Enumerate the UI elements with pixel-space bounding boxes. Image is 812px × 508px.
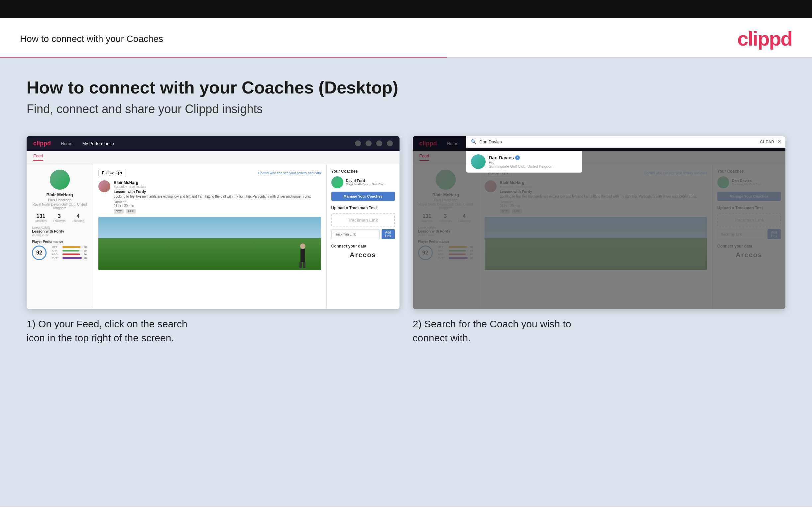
search-result-item[interactable]: Dan Davies ✓ Pro Sunningdale Golf Club, …: [471, 154, 577, 169]
result-club: Sunningdale Golf Club, United Kingdom: [489, 164, 554, 168]
trackman-input-row-1: Add Link: [331, 229, 395, 239]
tag-ott: OTT: [114, 209, 124, 214]
screenshot-1-block: clippd Home My Performance Feed: [27, 136, 399, 345]
search-input-text[interactable]: Dan Davies: [480, 139, 757, 144]
add-link-btn-1[interactable]: Add Link: [382, 229, 395, 239]
trackman-box-1: Trackman Link: [331, 213, 395, 227]
screenshots-row: clippd Home My Performance Feed: [27, 136, 785, 345]
stat-following-num: 4: [72, 213, 85, 219]
page-heading: How to connect with your Coaches (Deskto…: [27, 78, 785, 97]
step-1-label: 1) On your Feed, click on the search ico…: [27, 317, 399, 345]
app-logo-1: clippd: [33, 140, 51, 147]
bar-ott: OTT 90: [52, 246, 87, 249]
screenshot-1-frame: clippd Home My Performance Feed: [27, 136, 399, 309]
connect-section-1: Connect your data Arccos: [331, 244, 395, 259]
stat-activities: 131 Activities: [35, 213, 47, 222]
post-duration-1: Duration 01 hr : 30 min: [114, 200, 321, 208]
settings-icon-nav[interactable]: [376, 140, 382, 146]
coach-name-1: David Ford: [346, 179, 385, 183]
figure-head: [300, 244, 305, 249]
stat-followers-label: Followers: [53, 219, 66, 222]
close-icon[interactable]: ×: [778, 139, 781, 145]
user-avatar-1: [50, 170, 70, 189]
result-info: Dan Davies ✓ Pro Sunningdale Golf Club, …: [489, 155, 554, 168]
stat-following: 4 Following: [72, 213, 85, 222]
screenshot-2-frame: clippd Home My Performance Feed: [413, 136, 786, 309]
post-avatar-1: [98, 180, 110, 192]
duration-tags-1: OTT APP: [114, 209, 321, 214]
app-nav-icons-1: [355, 140, 393, 146]
la-date-1: 03 Aug 2022: [32, 233, 87, 237]
figure-leg-l: [299, 262, 302, 268]
post-card-1: Blair McHarg Yesterday · Sunningdale Les…: [98, 180, 321, 214]
upload-title-1: Upload a Trackman Test: [331, 206, 395, 210]
feed-tab-label: Feed: [33, 153, 43, 161]
bar-putt: PUTT 96: [52, 256, 87, 259]
page-subheading: Find, connect and share your Clippd insi…: [27, 102, 785, 116]
app-nav-1: clippd Home My Performance: [27, 136, 399, 151]
control-link-1[interactable]: Control who can see your activity and da…: [258, 171, 321, 175]
manage-coaches-btn-1[interactable]: Manage Your Coaches: [331, 192, 395, 201]
tag-app: APP: [126, 209, 136, 214]
result-role: Pro: [489, 160, 554, 164]
user-name-1: Blair McHarg: [32, 192, 87, 197]
nav-home-1[interactable]: Home: [61, 141, 73, 146]
performance-section-1: Player Performance 92 OTT 90: [32, 240, 87, 260]
la-label-1: Latest Activity: [32, 226, 87, 229]
figure-leg-r: [303, 262, 305, 268]
bar-arg: ARG 86: [52, 253, 87, 256]
result-avatar: [471, 154, 486, 169]
top-bar: [0, 0, 812, 18]
trackman-input-1[interactable]: [331, 229, 380, 239]
post-meta-1: Yesterday · Sunningdale: [114, 185, 321, 188]
app-left-panel-1: Blair McHarg Plus Handicap Royal North D…: [27, 164, 93, 308]
score-circle-1: 92: [32, 246, 47, 260]
avatar-icon-nav[interactable]: [387, 140, 393, 146]
post-name-1: Blair McHarg: [114, 180, 321, 185]
stats-row-1: 131 Activities 3 Followers 4 Following: [32, 213, 87, 222]
footer: Copyright Clippd 2022: [0, 507, 812, 508]
figure-body: [300, 249, 305, 262]
bar-app: APP 85: [52, 249, 87, 252]
following-chevron: ▾: [120, 171, 122, 175]
following-label-1: Following: [102, 171, 119, 175]
user-club-1: Royal North Devon Golf Club, United King…: [32, 203, 87, 210]
stat-activities-label: Activities: [35, 219, 47, 222]
step-2-label: 2) Search for the Coach you wish to conn…: [413, 317, 786, 345]
search-icon-nav[interactable]: [355, 140, 361, 146]
photo-figure: [298, 244, 308, 267]
post-text-1: Looking to feel like my hands are exitin…: [114, 194, 321, 199]
connect-title-1: Connect your data: [331, 244, 395, 249]
coach-club-1: Royal North Devon Golf Club: [346, 183, 385, 186]
coach-card-1: David Ford Royal North Devon Golf Club: [331, 176, 395, 188]
search-result-dropdown: Dan Davies ✓ Pro Sunningdale Golf Club, …: [466, 151, 582, 173]
coach-info-1: David Ford Royal North Devon Golf Club: [346, 179, 385, 186]
user-handicap-1: Plus Handicap: [32, 198, 87, 202]
user-icon-nav[interactable]: [366, 140, 372, 146]
main-content: How to connect with your Coaches (Deskto…: [0, 57, 812, 507]
arccos-logo-1: Arccos: [331, 251, 395, 259]
app-right-panel-1: Your Coaches David Ford Royal North Devo…: [326, 164, 399, 308]
header: How to connect with your Coaches clippd: [0, 18, 812, 57]
clear-button[interactable]: CLEAR: [760, 140, 774, 144]
app-middle-panel-1: Following ▾ Control who can see your act…: [93, 164, 326, 308]
figure-legs: [299, 262, 306, 268]
avatar-image-1: [50, 170, 70, 189]
following-button-1[interactable]: Following ▾: [98, 169, 126, 177]
stat-activities-num: 131: [35, 213, 47, 219]
nav-performance-1[interactable]: My Performance: [83, 141, 114, 146]
photo-grass: [98, 238, 321, 270]
stat-following-label: Following: [72, 219, 85, 222]
verified-icon: ✓: [515, 155, 520, 160]
search-icon-bar: 🔍: [471, 139, 476, 144]
score-value-1: 92: [36, 250, 42, 256]
result-name: Dan Davies ✓: [489, 155, 554, 160]
post-content-1: Blair McHarg Yesterday · Sunningdale Les…: [114, 180, 321, 214]
post-title-1: Lesson with Fordy: [114, 189, 321, 194]
latest-activity-1: Latest Activity Lesson with Fordy 03 Aug…: [32, 226, 87, 237]
feed-tab-1[interactable]: Feed: [27, 151, 399, 164]
clippd-logo: clippd: [737, 27, 792, 50]
following-row-1: Following ▾ Control who can see your act…: [98, 169, 321, 177]
coaches-title-1: Your Coaches: [331, 169, 395, 174]
la-title-1: Lesson with Fordy: [32, 229, 87, 233]
